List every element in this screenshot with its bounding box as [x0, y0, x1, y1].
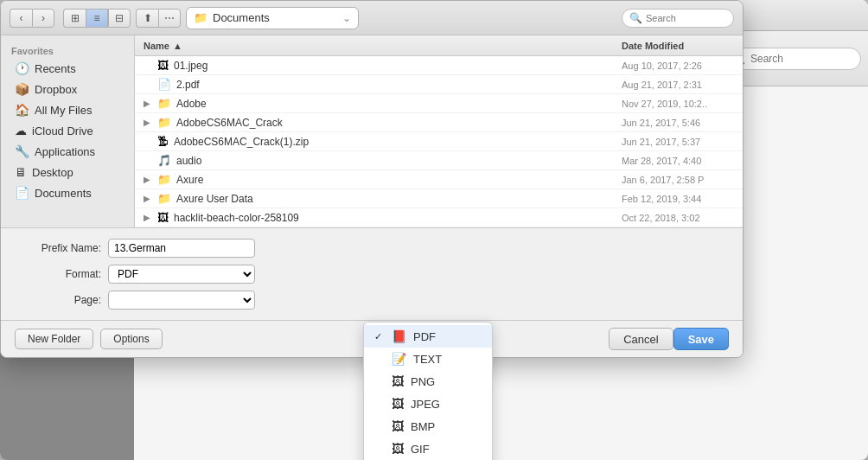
save-button[interactable]: Save — [673, 328, 729, 350]
sidebar-item-icloud-drive[interactable]: ☁ iCloud Drive — [4, 120, 131, 141]
main-area: 13.German.wp ‹ › ⊞ ≡ ⊟ ⬆ — [0, 86, 868, 460]
text-label: TEXT — [413, 353, 442, 359]
prefix-name-row: Prefix Name: — [15, 239, 729, 258]
desktop-label: Desktop — [32, 166, 73, 179]
expand-icon: ▶ — [144, 118, 152, 127]
file-date: Mar 28, 2017, 4:40 — [622, 156, 734, 166]
format-option-text[interactable]: 📝 TEXT — [364, 348, 492, 358]
file-list: 🖼 01.jpeg Aug 10, 2017, 2:26 📄 2.pdf Aug… — [135, 86, 743, 227]
folder-icon: 📁 — [157, 116, 171, 129]
prefix-name-input[interactable] — [108, 239, 255, 258]
applications-icon: 🔧 — [15, 144, 29, 158]
file-icon: 🗜 — [157, 135, 169, 148]
expand-icon: ▶ — [144, 99, 152, 108]
all-files-icon: 🏠 — [15, 103, 29, 117]
file-date: Jun 21, 2017, 5:46 — [622, 118, 734, 128]
dropbox-label: Dropbox — [35, 86, 77, 96]
file-name: Axure User Data — [176, 193, 616, 205]
sidebar: Favorites 🕐 Recents 📦 Dropbox 🏠 All My F… — [1, 86, 135, 227]
options-button[interactable]: Options — [100, 329, 162, 349]
icloud-icon: ☁ — [15, 124, 27, 137]
file-icon: 📄 — [157, 86, 171, 91]
folder-icon: 📁 — [157, 192, 171, 205]
text-icon: 📝 — [392, 352, 406, 358]
file-date: Oct 22, 2018, 3:02 — [622, 213, 734, 223]
file-date: Jan 6, 2017, 2:58 P — [622, 175, 734, 185]
file-date: Nov 27, 2019, 10:2.. — [622, 99, 734, 109]
checkmark-icon: ✓ — [374, 331, 385, 342]
format-option-pdf[interactable]: ✓ 📕 PDF — [364, 325, 492, 348]
sidebar-item-desktop[interactable]: 🖥 Desktop — [4, 162, 131, 182]
pdf-label: PDF — [413, 330, 436, 343]
documents-label: Documents — [35, 187, 92, 200]
all-files-label: All My Files — [35, 104, 92, 117]
file-name: 2.pdf — [176, 86, 616, 91]
sidebar-item-applications[interactable]: 🔧 Applications — [4, 141, 131, 162]
folder-icon: 📁 — [157, 173, 171, 186]
format-select[interactable]: PDF — [108, 265, 255, 284]
file-name: hacklit-beach-color-258109 — [174, 212, 616, 224]
icloud-label: iCloud Drive — [32, 125, 93, 137]
page-row: Page: — [15, 291, 729, 310]
format-label: Format: — [15, 268, 101, 280]
file-dialog: ‹ › ⊞ ≡ ⊟ ⬆ ⋯ 📁 Documents — [0, 86, 744, 358]
page-label-field: Page: — [15, 294, 101, 306]
file-date: Jun 21, 2017, 5:37 — [622, 137, 734, 147]
new-folder-button[interactable]: New Folder — [15, 329, 93, 349]
expand-icon: ▶ — [144, 213, 152, 222]
sidebar-item-documents[interactable]: 📄 Documents — [4, 182, 131, 203]
format-dropdown: ✓ 📕 PDF 📝 TEXT 🖼 PNG — [363, 322, 493, 358]
file-row[interactable]: ▶ 📁 Axure Jan 6, 2017, 2:58 P — [135, 170, 743, 189]
file-name: AdobeCS6MAC_Crack(1).zip — [174, 136, 616, 148]
prefix-name-label: Prefix Name: — [15, 242, 101, 254]
file-date: Feb 12, 2019, 3:44 — [622, 194, 734, 204]
dialog-overlay: ‹ › ⊞ ≡ ⊟ ⬆ ⋯ 📁 Documents — [0, 86, 868, 460]
format-field-group: PDF — [108, 265, 255, 284]
file-icon: 🖼 — [157, 211, 169, 224]
file-row[interactable]: ▶ 📁 AdobeCS6MAC_Crack Jun 21, 2017, 5:46 — [135, 113, 743, 132]
desktop-icon: 🖥 — [15, 165, 27, 179]
sidebar-item-dropbox[interactable]: 📦 Dropbox — [4, 86, 131, 99]
applications-label: Applications — [35, 145, 95, 158]
file-name: AdobeCS6MAC_Crack — [176, 117, 616, 129]
file-row[interactable]: 📄 2.pdf Aug 21, 2017, 2:31 — [135, 86, 743, 94]
dropbox-icon: 📦 — [15, 86, 29, 96]
dialog-body: Favorites 🕐 Recents 📦 Dropbox 🏠 All My F… — [1, 86, 743, 227]
expand-icon: ▶ — [144, 175, 152, 184]
file-row[interactable]: ▶ 📁 Adobe Nov 27, 2019, 10:2.. — [135, 94, 743, 113]
cancel-button[interactable]: Cancel — [609, 328, 673, 350]
documents-icon: 📄 — [15, 186, 29, 200]
file-row[interactable]: ▶ 🖼 hacklit-beach-color-258109 Oct 22, 2… — [135, 208, 743, 227]
page-select[interactable] — [108, 291, 255, 310]
file-name: Axure — [176, 174, 616, 186]
format-row: Format: PDF — [15, 265, 729, 284]
file-row[interactable]: ▶ 📁 Axure User Data Feb 12, 2019, 3:44 — [135, 189, 743, 208]
file-row[interactable]: 🗜 AdobeCS6MAC_Crack(1).zip Jun 21, 2017,… — [135, 132, 743, 151]
folder-icon: 📁 — [157, 97, 171, 110]
file-list-area: Name ▲ Date Modified 🖼 01.jpeg Aug 10, 2… — [135, 86, 743, 227]
dialog-bottom: Prefix Name: Format: PDF Page: — [1, 227, 743, 320]
file-row[interactable]: 🎵 audio Mar 28, 2017, 4:40 — [135, 151, 743, 170]
expand-icon: ▶ — [144, 194, 152, 203]
file-icon: 🎵 — [157, 154, 171, 167]
file-name: Adobe — [176, 98, 616, 110]
main-window: Cisdem Document Reader (1/50) ⊞ View ⬜ P… — [0, 0, 868, 460]
file-name: audio — [176, 155, 616, 167]
file-date: Aug 21, 2017, 2:31 — [622, 86, 734, 90]
sidebar-item-all-my-files[interactable]: 🏠 All My Files — [4, 99, 131, 120]
pdf-icon: 📕 — [392, 329, 406, 343]
